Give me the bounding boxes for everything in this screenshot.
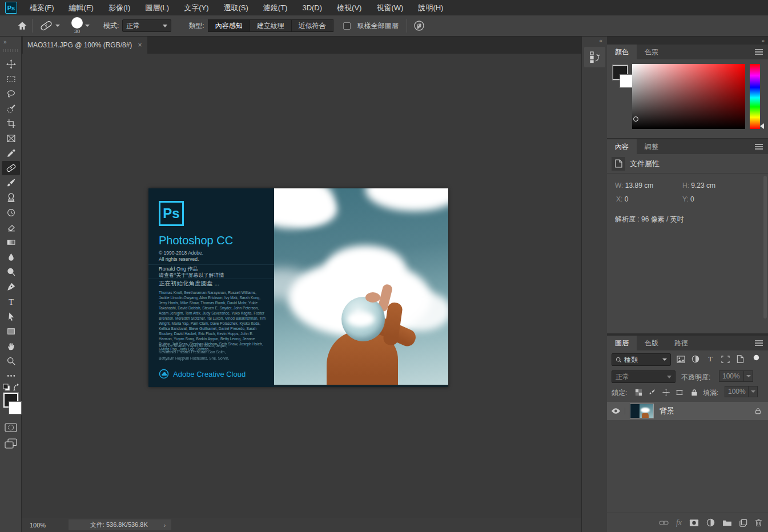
tooldock-grip[interactable] <box>3 49 18 52</box>
menu-layer[interactable]: 圖層(L) <box>138 0 176 15</box>
filter-smart-objects-icon[interactable] <box>734 353 746 365</box>
color-background-swatch[interactable] <box>620 74 633 88</box>
filter-shape-layers-icon[interactable] <box>719 353 731 365</box>
canvas-pasteboard[interactable]: Ps Photoshop CC © 1990-2018 Adobe. All r… <box>22 54 581 518</box>
frame-tool[interactable] <box>2 131 20 146</box>
brush-size-picker[interactable]: 30 <box>71 17 83 34</box>
menu-help[interactable]: 說明(H) <box>411 0 451 15</box>
menu-file[interactable]: 檔案(F) <box>22 0 62 15</box>
tool-preset-caret-icon[interactable] <box>55 25 60 27</box>
type-content-aware-button[interactable]: 內容感知 <box>208 19 250 32</box>
layer-lock-icon[interactable] <box>755 408 761 414</box>
height-value[interactable]: 9.23 cm <box>691 182 715 190</box>
zoom-level[interactable]: 100% <box>30 522 46 529</box>
link-layers-icon[interactable] <box>659 519 669 526</box>
mode-dropdown[interactable]: 正常 <box>122 19 171 32</box>
eraser-tool[interactable] <box>2 220 20 235</box>
spot-healing-brush-tool[interactable] <box>2 161 20 175</box>
brush-picker-caret-icon[interactable] <box>85 25 90 27</box>
hue-slider-marker[interactable] <box>760 123 764 129</box>
tab-color[interactable]: 顏色 <box>607 45 637 59</box>
file-info-field[interactable]: 文件: 536.8K/536.8K › <box>69 519 171 530</box>
filter-pixel-layers-icon[interactable] <box>674 353 687 365</box>
y-value[interactable]: 0 <box>690 195 694 203</box>
spot-healing-brush-preset-icon[interactable] <box>39 19 53 33</box>
eyedropper-tool[interactable] <box>2 146 20 160</box>
tab-paths[interactable]: 路徑 <box>666 336 696 350</box>
tab-layers[interactable]: 圖層 <box>607 336 637 350</box>
hue-slider[interactable] <box>750 64 760 129</box>
layer-effects-icon[interactable]: fx <box>676 518 682 527</box>
lock-all-icon[interactable] <box>688 386 701 398</box>
screen-mode-icon[interactable] <box>5 438 17 450</box>
menu-image[interactable]: 影像(I) <box>101 0 138 15</box>
resolution-value[interactable]: 96 像素 / 英吋 <box>641 215 684 223</box>
tab-swatches[interactable]: 色票 <box>637 45 666 59</box>
color-panel-menu-icon[interactable] <box>754 49 763 55</box>
layer-visibility-eye-icon[interactable] <box>607 408 625 414</box>
rectangle-shape-tool[interactable] <box>2 324 20 338</box>
fill-caret-icon[interactable] <box>749 386 758 397</box>
menu-3d[interactable]: 3D(D) <box>295 0 329 15</box>
default-colors-icon[interactable] <box>3 384 11 392</box>
filter-toggle-icon[interactable] <box>750 352 762 363</box>
new-adjustment-layer-icon[interactable] <box>706 518 715 527</box>
menu-edit[interactable]: 編輯(E) <box>62 0 101 15</box>
properties-panel-menu-icon[interactable] <box>754 143 763 150</box>
zoom-tool[interactable] <box>2 354 20 368</box>
background-color-swatch[interactable] <box>9 401 22 414</box>
path-selection-tool[interactable] <box>2 309 20 324</box>
history-panel-icon[interactable] <box>584 47 605 67</box>
lock-pixels-icon[interactable] <box>646 386 658 398</box>
opacity-value[interactable]: 100% <box>719 370 744 382</box>
dock-collapse-icon[interactable]: « <box>599 38 602 44</box>
type-create-texture-button[interactable]: 建立紋理 <box>250 19 292 32</box>
brush-tool[interactable] <box>2 176 20 190</box>
dodge-tool[interactable] <box>2 265 20 279</box>
tab-properties[interactable]: 內容 <box>607 139 637 154</box>
filter-adjustment-layers-icon[interactable] <box>689 353 702 365</box>
move-tool[interactable] <box>2 57 20 71</box>
quick-selection-tool[interactable] <box>2 102 20 116</box>
menu-filter[interactable]: 濾鏡(T) <box>256 0 295 15</box>
document-tab[interactable]: MAO3114.JPG @ 100% (RGB/8#) × <box>23 37 147 54</box>
new-group-icon[interactable] <box>722 519 732 526</box>
tab-channels[interactable]: 色版 <box>637 336 666 350</box>
menu-select[interactable]: 選取(S) <box>216 0 255 15</box>
filter-type-layers-icon[interactable]: T <box>704 353 717 365</box>
saturation-brightness-field[interactable] <box>632 64 745 129</box>
quick-mask-mode-icon[interactable] <box>5 422 17 433</box>
add-layer-mask-icon[interactable] <box>689 519 699 527</box>
clone-stamp-tool[interactable] <box>2 191 20 205</box>
tablet-pressure-icon[interactable] <box>413 19 425 32</box>
document-image[interactable]: Ps Photoshop CC © 1990-2018 Adobe. All r… <box>148 188 448 387</box>
tooldock-expand-icon[interactable]: » <box>3 39 7 45</box>
opacity-caret-icon[interactable] <box>744 370 753 382</box>
blend-mode-dropdown[interactable]: 正常 <box>612 370 675 383</box>
swap-colors-icon[interactable] <box>13 383 21 391</box>
layer-thumbnail[interactable] <box>630 404 654 418</box>
rectangular-marquee-tool[interactable] <box>2 72 20 86</box>
width-value[interactable]: 13.89 cm <box>625 182 653 190</box>
hand-tool[interactable] <box>2 339 20 353</box>
history-brush-tool[interactable] <box>2 205 20 220</box>
edit-toolbar-icon[interactable] <box>2 369 20 383</box>
menu-view[interactable]: 檢視(V) <box>329 0 369 15</box>
dock-expand-icon[interactable]: » <box>761 38 765 44</box>
color-field-marker[interactable] <box>633 116 638 122</box>
document-tab-close-icon[interactable]: × <box>138 41 142 49</box>
layer-row-background[interactable]: 背景 <box>607 402 768 420</box>
menu-type[interactable]: 文字(Y) <box>176 0 216 15</box>
lock-transparency-icon[interactable] <box>632 386 645 398</box>
lasso-tool[interactable] <box>2 87 20 101</box>
delete-layer-icon[interactable] <box>755 518 762 527</box>
new-layer-icon[interactable] <box>739 519 747 527</box>
type-tool[interactable]: T <box>2 295 20 309</box>
tab-adjustments[interactable]: 調整 <box>637 139 666 154</box>
lock-artboard-icon[interactable] <box>673 386 686 398</box>
type-proximity-match-button[interactable]: 近似符合 <box>291 19 333 32</box>
layers-panel-menu-icon[interactable] <box>754 340 763 346</box>
layer-name[interactable]: 背景 <box>660 406 674 416</box>
gradient-tool[interactable] <box>2 235 20 249</box>
sample-all-layers-checkbox[interactable] <box>343 22 351 30</box>
